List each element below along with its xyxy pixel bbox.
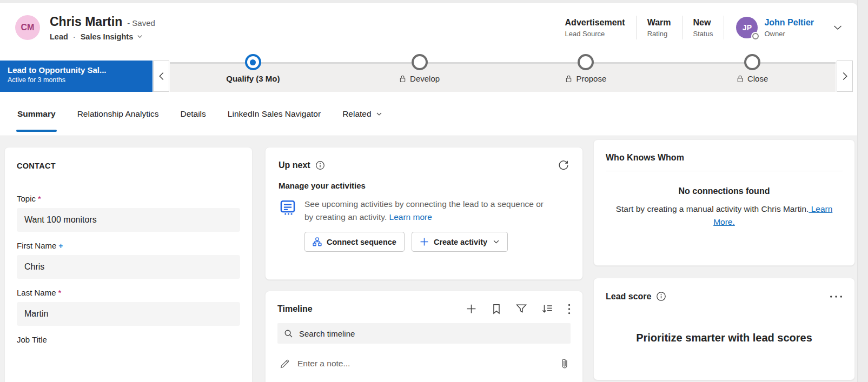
note-placeholder: Enter a note...: [297, 359, 350, 368]
header-field-rating: Warm Rating: [637, 18, 682, 38]
button-label: Connect sequence: [327, 238, 396, 246]
active-stage-bullseye-icon: [245, 54, 261, 70]
info-icon[interactable]: [315, 160, 325, 170]
owner-label: Owner: [764, 30, 814, 38]
record-header: CM Chris Martin - Saved Lead · Sales Ins…: [0, 3, 857, 52]
stage-label: Propose: [576, 74, 606, 83]
sort-icon[interactable]: [541, 304, 553, 314]
field-label: Topic: [17, 194, 36, 203]
tab-label: Details: [180, 109, 206, 119]
owner-initials: JP: [743, 23, 752, 32]
tab-linkedin-sales-navigator[interactable]: LinkedIn Sales Navigator: [227, 104, 322, 124]
tab-details[interactable]: Details: [179, 104, 207, 124]
stage-label: Close: [747, 74, 768, 83]
first-name-input[interactable]: Chris: [17, 255, 240, 279]
required-marker: *: [38, 194, 41, 203]
owner-field: JP John Peltier Owner: [724, 17, 814, 38]
lead-record-page: CM Chris Martin - Saved Lead · Sales Ins…: [0, 3, 857, 382]
owner-link[interactable]: John Peltier: [764, 18, 814, 28]
up-next-title: Up next: [279, 160, 310, 170]
rating-value: Warm: [647, 18, 671, 28]
tab-relationship-analytics[interactable]: Relationship Analytics: [76, 104, 160, 124]
business-process-flow: Lead to Opportunity Sal... Active for 3 …: [0, 52, 857, 92]
contact-section-card: CONTACT Topic* Want 100 monitors First N…: [4, 147, 253, 382]
search-placeholder: Search timeline: [299, 329, 355, 338]
lead-score-card: Lead score Prioritize smarter with lead …: [593, 278, 855, 380]
tab-label: Summary: [17, 109, 56, 119]
create-activity-button[interactable]: Create activity: [412, 232, 508, 252]
manage-activities-heading: Manage your activities: [279, 181, 569, 190]
bpf-process-name: Lead to Opportunity Sal...: [8, 65, 145, 75]
stage-circle-icon: [412, 54, 428, 70]
last-name-input[interactable]: Martin: [17, 302, 240, 326]
chevron-down-icon: [376, 111, 382, 117]
search-icon: [284, 329, 293, 338]
plus-icon: [420, 237, 429, 246]
contact-section-title: CONTACT: [17, 162, 240, 170]
bpf-stage-close[interactable]: Close: [669, 64, 836, 92]
bpf-stage-develop[interactable]: Develop: [336, 64, 503, 92]
field-label: Job Title: [17, 335, 47, 344]
stage-circle-icon: [744, 54, 760, 70]
owner-avatar[interactable]: JP: [736, 17, 758, 38]
up-next-card: Up next Manage your activities See: [265, 147, 583, 280]
stage-label: Develop: [410, 74, 440, 83]
header-expand-chevron-icon[interactable]: [832, 22, 843, 33]
tab-label: Relationship Analytics: [77, 109, 159, 119]
paperclip-icon[interactable]: [561, 358, 568, 370]
app-frame-gutter: [857, 0, 868, 382]
create-timeline-record-icon[interactable]: [466, 303, 477, 314]
chevron-right-icon: [842, 71, 849, 81]
info-icon[interactable]: [656, 291, 666, 301]
form-selector[interactable]: Sales Insights: [81, 32, 134, 41]
bpf-stage-propose[interactable]: Propose: [503, 64, 670, 92]
chevron-down-icon[interactable]: [137, 33, 143, 39]
sequence-icon: [313, 237, 322, 246]
bookmark-icon[interactable]: [492, 304, 501, 314]
lead-score-title: Lead score: [606, 292, 651, 301]
status-value: New: [693, 18, 713, 28]
separator-dot: ·: [73, 32, 76, 41]
activity-document-icon: [279, 199, 297, 224]
recommended-marker: +: [58, 242, 63, 250]
refresh-icon[interactable]: [558, 159, 569, 171]
search-timeline-input[interactable]: Search timeline: [277, 323, 571, 344]
lock-icon: [399, 75, 406, 83]
tab-summary[interactable]: Summary: [16, 104, 57, 124]
more-vertical-icon[interactable]: [568, 304, 571, 314]
stage-label: Qualify (3 Mo): [226, 74, 280, 83]
stage-circle-icon: [578, 54, 594, 70]
bpf-next-stage-button[interactable]: [837, 61, 853, 92]
field-job-title: Job Title: [17, 335, 240, 344]
timeline-title: Timeline: [277, 304, 313, 314]
avatar: CM: [15, 15, 40, 40]
topic-input[interactable]: Want 100 monitors: [17, 208, 240, 232]
enter-note-input[interactable]: Enter a note...: [277, 358, 571, 370]
filter-icon[interactable]: [516, 304, 527, 314]
learn-more-link[interactable]: Learn more: [389, 212, 432, 222]
who-knows-whom-title: Who Knows Whom: [606, 153, 843, 163]
bpf-process-box[interactable]: Lead to Opportunity Sal... Active for 3 …: [0, 61, 153, 92]
field-label: Last Name: [17, 288, 56, 297]
more-horizontal-icon[interactable]: [830, 295, 843, 298]
tab-related[interactable]: Related: [341, 104, 383, 124]
chevron-down-icon[interactable]: [493, 238, 500, 245]
required-marker: *: [58, 288, 62, 297]
page-title: Chris Martin: [50, 15, 122, 29]
header-summary-fields: Advertisement Lead Source Warm Rating Ne…: [554, 16, 843, 39]
button-label: Create activity: [434, 238, 487, 246]
rating-label: Rating: [647, 30, 671, 38]
lead-source-label: Lead Source: [565, 30, 625, 38]
status-label: Status: [693, 30, 713, 38]
save-status: - Saved: [127, 18, 155, 28]
tab-label: LinkedIn Sales Navigator: [228, 109, 321, 119]
divider: [606, 171, 843, 171]
field-label: First Name: [17, 241, 56, 250]
bpf-stage-qualify[interactable]: Qualify (3 Mo): [170, 64, 336, 92]
presence-badge: [752, 33, 759, 39]
connect-sequence-button[interactable]: Connect sequence: [304, 232, 405, 252]
bpf-previous-stage-button[interactable]: [153, 61, 169, 92]
header-field-lead-source: Advertisement Lead Source: [554, 18, 636, 38]
header-field-status: New Status: [683, 18, 724, 38]
field-last-name: Last Name* Martin: [17, 288, 240, 326]
